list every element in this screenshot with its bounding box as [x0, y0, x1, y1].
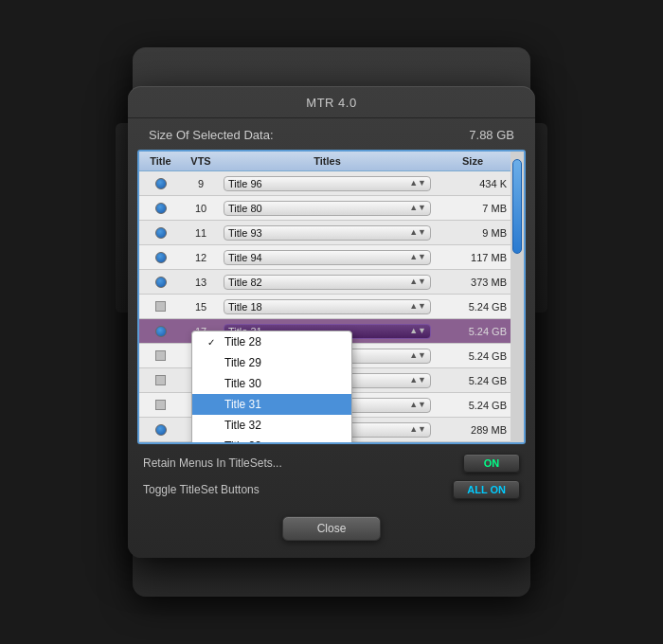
- row-size: 5.24 GB: [435, 400, 511, 411]
- dropdown-item[interactable]: ✓ Title 28: [192, 331, 351, 352]
- dropdown-item[interactable]: Title 33: [192, 436, 351, 444]
- row-title-cell[interactable]: Title 80 ▲▼: [220, 199, 435, 218]
- checkbox-icon[interactable]: [155, 350, 166, 361]
- row-size: 5.24 GB: [435, 326, 511, 337]
- dropdown-arrow-icon: ▲▼: [409, 228, 426, 237]
- title-dropdown-value: Title 96: [228, 178, 262, 189]
- retain-menus-button[interactable]: ON: [463, 454, 520, 473]
- title-dropdown[interactable]: Title 94 ▲▼: [224, 250, 431, 265]
- size-value: 7.88 GB: [469, 128, 514, 142]
- table-row[interactable]: 12 Title 94 ▲▼ 117 MB: [139, 245, 524, 270]
- toggle-titleset-row: Toggle TitleSet Buttons ALL ON: [143, 480, 520, 499]
- dropdown-item-label: Title 28: [224, 335, 261, 349]
- title-dropdown[interactable]: Title 80 ▲▼: [224, 201, 431, 216]
- dropdown-item-label: Title 32: [224, 419, 261, 432]
- row-size: 373 MB: [435, 277, 511, 288]
- table-row[interactable]: 11 Title 93 ▲▼ 9 MB: [139, 221, 524, 245]
- row-vts: 11: [182, 227, 220, 239]
- row-checkbox[interactable]: [139, 400, 182, 410]
- row-title-cell[interactable]: Title 94 ▲▼: [220, 248, 435, 267]
- row-size: 5.24 GB: [435, 301, 511, 313]
- table-row[interactable]: 9 Title 96 ▲▼ 434 K: [139, 171, 524, 196]
- table-row[interactable]: 15 Title 18 ▲▼ 5.24 GB: [139, 295, 524, 319]
- row-checkbox[interactable]: [139, 227, 182, 239]
- title-dropdown-value: Title 94: [228, 252, 262, 263]
- title-dropdown-value: Title 80: [228, 203, 262, 214]
- bottom-controls: Retain Menus In TitleSets... ON Toggle T…: [128, 444, 535, 510]
- title-dropdown-value: Title 18: [228, 301, 262, 313]
- checkbox-icon[interactable]: [155, 375, 166, 385]
- size-info-row: Size Of Selected Data: 7.88 GB: [128, 118, 535, 150]
- toggle-titleset-label: Toggle TitleSet Buttons: [143, 483, 260, 496]
- row-vts: 9: [182, 178, 220, 189]
- row-checkbox[interactable]: [139, 277, 182, 288]
- checkbox-icon[interactable]: [155, 178, 167, 189]
- title-dropdown-menu[interactable]: ✓ Title 28 Title 29 Title 30 Title 31: [191, 331, 352, 444]
- checkbox-icon[interactable]: [155, 400, 166, 410]
- dropdown-item[interactable]: Title 30: [192, 373, 351, 394]
- dropdown-arrow-icon: ▲▼: [409, 277, 426, 286]
- title-dropdown-value: Title 93: [228, 227, 262, 239]
- table-header: Title VTS Titles Size: [139, 152, 524, 171]
- dropdown-item-label: Title 30: [224, 377, 261, 390]
- row-checkbox[interactable]: [139, 326, 182, 337]
- dropdown-arrow-icon: ▲▼: [409, 302, 426, 311]
- checkbox-icon[interactable]: [155, 203, 167, 214]
- checkbox-icon[interactable]: [155, 252, 167, 263]
- row-title-cell[interactable]: Title 18 ▲▼: [220, 297, 435, 316]
- title-bar: MTR 4.0: [128, 86, 535, 118]
- row-vts: 15: [182, 301, 220, 313]
- row-checkbox[interactable]: [139, 424, 182, 436]
- close-button-row: Close: [128, 516, 535, 541]
- row-checkbox[interactable]: [139, 203, 182, 214]
- dropdown-item-active[interactable]: Title 31: [192, 394, 351, 415]
- dropdown-arrow-icon: ▲▼: [409, 376, 426, 385]
- row-size: 289 MB: [435, 424, 511, 436]
- checkbox-icon[interactable]: [155, 424, 167, 436]
- row-checkbox[interactable]: [139, 178, 182, 189]
- title-dropdown-value: Title 82: [228, 277, 262, 288]
- close-button[interactable]: Close: [282, 516, 382, 541]
- dropdown-item-label: Title 33: [224, 439, 261, 444]
- dropdown-item[interactable]: Title 29: [192, 352, 351, 373]
- row-checkbox[interactable]: [139, 350, 182, 361]
- col-header-vts: VTS: [182, 154, 220, 168]
- row-size: 5.24 GB: [435, 350, 511, 362]
- title-dropdown[interactable]: Title 82 ▲▼: [224, 275, 431, 290]
- checkbox-icon[interactable]: [155, 326, 167, 337]
- dropdown-item-label: Title 29: [224, 356, 261, 369]
- retain-menus-row: Retain Menus In TitleSets... ON: [143, 454, 520, 473]
- row-checkbox[interactable]: [139, 301, 182, 312]
- dropdown-arrow-icon: ▲▼: [409, 204, 426, 212]
- row-size: 434 K: [435, 178, 511, 189]
- col-header-titles: Titles: [220, 154, 435, 168]
- checkbox-icon[interactable]: [155, 277, 167, 288]
- row-vts: 12: [182, 252, 220, 263]
- table-row[interactable]: 10 Title 80 ▲▼ 7 MB: [139, 196, 524, 221]
- checkbox-icon[interactable]: [155, 227, 167, 239]
- row-checkbox[interactable]: [139, 375, 182, 385]
- toggle-titleset-button[interactable]: ALL ON: [453, 480, 520, 499]
- retain-menus-label: Retain Menus In TitleSets...: [143, 456, 282, 470]
- checkbox-icon[interactable]: [155, 301, 166, 312]
- table-body: 9 Title 96 ▲▼ 434 K 10 Titl: [139, 171, 524, 442]
- app-title: MTR 4.0: [306, 96, 356, 110]
- title-dropdown[interactable]: Title 18 ▲▼: [224, 299, 431, 314]
- title-dropdown[interactable]: Title 93 ▲▼: [224, 225, 431, 241]
- row-checkbox[interactable]: [139, 252, 182, 263]
- dropdown-item-label: Title 31: [224, 398, 261, 411]
- dropdown-arrow-icon: ▲▼: [409, 327, 426, 335]
- row-title-cell[interactable]: Title 93 ▲▼: [220, 224, 435, 242]
- scrollbar[interactable]: [511, 152, 524, 442]
- size-label: Size Of Selected Data:: [149, 128, 274, 142]
- row-vts: 10: [182, 203, 220, 214]
- dropdown-item[interactable]: Title 32: [192, 415, 351, 436]
- scrollbar-thumb[interactable]: [512, 159, 522, 254]
- main-window: MTR 4.0 Size Of Selected Data: 7.88 GB T…: [128, 86, 535, 558]
- row-title-cell[interactable]: Title 96 ▲▼: [220, 174, 435, 193]
- table-row[interactable]: 13 Title 82 ▲▼ 373 MB: [139, 270, 524, 295]
- col-header-size: Size: [435, 154, 511, 168]
- col-header-title: Title: [139, 154, 182, 168]
- row-title-cell[interactable]: Title 82 ▲▼: [220, 273, 435, 292]
- title-dropdown[interactable]: Title 96 ▲▼: [224, 176, 431, 191]
